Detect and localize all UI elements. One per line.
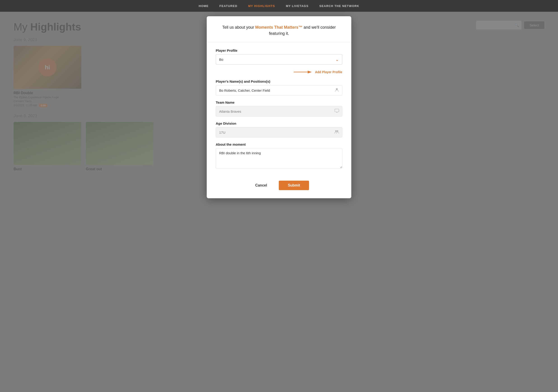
- player-name-input[interactable]: [216, 85, 342, 95]
- page-background: 🔍 Select My Highlights June 9, 2023 RBI …: [0, 12, 558, 392]
- arrow-right-icon: [294, 69, 312, 75]
- about-moment-textarea[interactable]: RBI double in the 6th inning: [216, 148, 342, 169]
- svg-rect-3: [335, 109, 339, 112]
- about-moment-group: About the moment RBI double in the 6th i…: [216, 143, 342, 169]
- svg-point-2: [336, 88, 338, 90]
- nav-my-highlights[interactable]: MY HIGHLIGHTS: [248, 4, 275, 8]
- group-icon: [334, 130, 339, 135]
- svg-point-7: [337, 130, 338, 132]
- nav-my-livetags[interactable]: MY LIVETAGS: [286, 4, 308, 8]
- team-name-label: Team Name: [216, 101, 342, 104]
- svg-point-6: [335, 130, 337, 132]
- nav-search-network[interactable]: SEARCH THE NETWORK: [319, 4, 359, 8]
- svg-marker-1: [308, 71, 312, 73]
- age-division-label: Age Division: [216, 121, 342, 125]
- team-name-input[interactable]: [216, 106, 342, 117]
- player-name-group: Player's Name(s) and Positions(s): [216, 79, 342, 95]
- submit-button[interactable]: Submit: [279, 181, 309, 190]
- player-name-input-wrapper: [216, 85, 342, 95]
- age-division-input[interactable]: [216, 127, 342, 137]
- team-name-group: Team Name: [216, 101, 342, 117]
- add-profile-row: Add Player Profile: [216, 69, 342, 75]
- modal-body: Player Profile Bo ⌄ Add Player Profile: [207, 42, 351, 169]
- person-icon: [335, 88, 339, 93]
- navigation: HOME FEATURED MY HIGHLIGHTS MY LIVETAGS …: [0, 0, 558, 12]
- player-profile-group: Player Profile Bo ⌄: [216, 49, 342, 65]
- age-division-input-wrapper: [216, 127, 342, 137]
- player-profile-select[interactable]: Bo: [216, 54, 342, 65]
- about-moment-label: About the moment: [216, 143, 342, 146]
- player-name-label: Player's Name(s) and Positions(s): [216, 79, 342, 83]
- nav-home[interactable]: HOME: [199, 4, 209, 8]
- monitor-icon: [335, 109, 339, 114]
- team-name-input-wrapper: [216, 106, 342, 117]
- modal-title: Tell us about your Moments That Matters™…: [216, 24, 342, 37]
- nav-featured[interactable]: FEATURED: [219, 4, 237, 8]
- age-division-group: Age Division: [216, 121, 342, 137]
- add-player-profile-link[interactable]: Add Player Profile: [315, 70, 342, 74]
- player-profile-dropdown-wrapper: Bo ⌄: [216, 54, 342, 65]
- modal-overlay: Tell us about your Moments That Matters™…: [0, 12, 558, 392]
- player-profile-label: Player Profile: [216, 49, 342, 52]
- modal-header: Tell us about your Moments That Matters™…: [207, 16, 351, 42]
- modal-dialog: Tell us about your Moments That Matters™…: [207, 16, 351, 198]
- modal-brand-text: Moments That Matters™: [255, 25, 303, 30]
- cancel-button[interactable]: Cancel: [249, 181, 273, 190]
- modal-footer: Cancel Submit: [207, 174, 351, 198]
